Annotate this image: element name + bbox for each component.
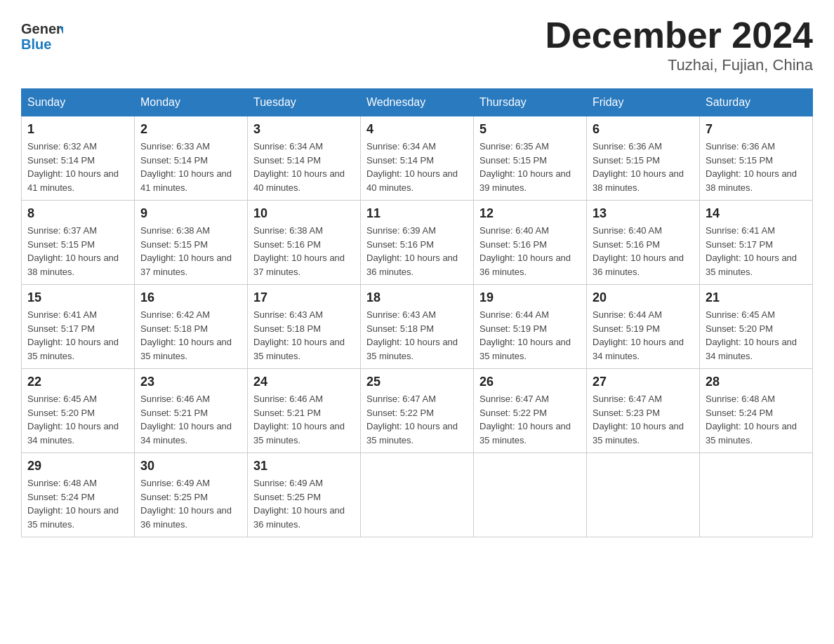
day-number: 8 [27, 206, 128, 221]
day-info: Sunrise: 6:40 AM Sunset: 5:16 PM Dayligh… [479, 224, 581, 279]
day-number: 2 [140, 122, 241, 137]
day-number: 13 [593, 206, 694, 221]
day-info: Sunrise: 6:34 AM Sunset: 5:14 PM Dayligh… [366, 140, 468, 194]
calendar-cell: 11 Sunrise: 6:39 AM Sunset: 5:16 PM Dayl… [361, 201, 474, 285]
calendar-cell: 2 Sunrise: 6:33 AM Sunset: 5:14 PM Dayli… [135, 116, 248, 201]
header-thursday: Thursday [474, 89, 587, 116]
calendar-cell: 12 Sunrise: 6:40 AM Sunset: 5:16 PM Dayl… [474, 201, 587, 285]
calendar-cell [474, 453, 587, 537]
day-info: Sunrise: 6:36 AM Sunset: 5:15 PM Dayligh… [706, 140, 807, 194]
day-info: Sunrise: 6:46 AM Sunset: 5:21 PM Dayligh… [253, 392, 355, 447]
day-info: Sunrise: 6:46 AM Sunset: 5:21 PM Dayligh… [140, 392, 241, 447]
day-number: 17 [253, 290, 355, 305]
day-info: Sunrise: 6:47 AM Sunset: 5:22 PM Dayligh… [366, 392, 468, 447]
day-number: 5 [479, 122, 581, 137]
calendar-cell: 5 Sunrise: 6:35 AM Sunset: 5:15 PM Dayli… [474, 116, 587, 201]
day-info: Sunrise: 6:48 AM Sunset: 5:24 PM Dayligh… [706, 392, 807, 447]
calendar-week-5: 29 Sunrise: 6:48 AM Sunset: 5:24 PM Dayl… [22, 453, 813, 537]
calendar-cell: 6 Sunrise: 6:36 AM Sunset: 5:15 PM Dayli… [587, 116, 700, 201]
day-info: Sunrise: 6:43 AM Sunset: 5:18 PM Dayligh… [253, 308, 355, 363]
day-info: Sunrise: 6:32 AM Sunset: 5:14 PM Dayligh… [27, 140, 128, 194]
day-number: 1 [27, 122, 128, 137]
day-number: 11 [366, 206, 468, 221]
day-info: Sunrise: 6:47 AM Sunset: 5:23 PM Dayligh… [593, 392, 694, 447]
calendar-cell: 23 Sunrise: 6:46 AM Sunset: 5:21 PM Dayl… [135, 369, 248, 453]
calendar-cell: 4 Sunrise: 6:34 AM Sunset: 5:14 PM Dayli… [361, 116, 474, 201]
header-wednesday: Wednesday [361, 89, 474, 116]
calendar-cell: 14 Sunrise: 6:41 AM Sunset: 5:17 PM Dayl… [700, 201, 813, 285]
day-info: Sunrise: 6:38 AM Sunset: 5:15 PM Dayligh… [140, 224, 241, 279]
day-number: 12 [479, 206, 581, 221]
day-number: 10 [253, 206, 355, 221]
day-info: Sunrise: 6:44 AM Sunset: 5:19 PM Dayligh… [479, 308, 581, 363]
calendar-cell: 27 Sunrise: 6:47 AM Sunset: 5:23 PM Dayl… [587, 369, 700, 453]
day-info: Sunrise: 6:34 AM Sunset: 5:14 PM Dayligh… [253, 140, 355, 194]
calendar-cell: 7 Sunrise: 6:36 AM Sunset: 5:15 PM Dayli… [700, 116, 813, 201]
day-number: 23 [140, 375, 241, 389]
title-section: December 2024 Tuzhai, Fujian, China [545, 14, 813, 74]
day-info: Sunrise: 6:36 AM Sunset: 5:15 PM Dayligh… [593, 140, 694, 194]
logo-icon: General Blue [21, 14, 63, 53]
calendar-table: Sunday Monday Tuesday Wednesday Thursday… [21, 88, 813, 537]
svg-text:General: General [21, 21, 63, 36]
day-info: Sunrise: 6:33 AM Sunset: 5:14 PM Dayligh… [140, 140, 241, 194]
day-info: Sunrise: 6:45 AM Sunset: 5:20 PM Dayligh… [706, 308, 807, 363]
day-info: Sunrise: 6:37 AM Sunset: 5:15 PM Dayligh… [27, 224, 128, 279]
header-saturday: Saturday [700, 89, 813, 116]
calendar-cell: 22 Sunrise: 6:45 AM Sunset: 5:20 PM Dayl… [22, 369, 135, 453]
day-number: 9 [140, 206, 241, 221]
day-number: 14 [706, 206, 807, 221]
svg-text:Blue: Blue [21, 36, 51, 52]
day-number: 26 [479, 375, 581, 389]
day-info: Sunrise: 6:43 AM Sunset: 5:18 PM Dayligh… [366, 308, 468, 363]
day-number: 4 [366, 122, 468, 137]
day-number: 22 [27, 375, 128, 389]
calendar-cell: 16 Sunrise: 6:42 AM Sunset: 5:18 PM Dayl… [135, 285, 248, 369]
header-tuesday: Tuesday [248, 89, 361, 116]
day-number: 15 [27, 290, 128, 305]
header-monday: Monday [135, 89, 248, 116]
month-title: December 2024 [545, 14, 813, 56]
day-number: 6 [593, 122, 694, 137]
day-info: Sunrise: 6:42 AM Sunset: 5:18 PM Dayligh… [140, 308, 241, 363]
calendar-cell: 3 Sunrise: 6:34 AM Sunset: 5:14 PM Dayli… [248, 116, 361, 201]
header-sunday: Sunday [22, 89, 135, 116]
day-info: Sunrise: 6:40 AM Sunset: 5:16 PM Dayligh… [593, 224, 694, 279]
calendar-cell: 17 Sunrise: 6:43 AM Sunset: 5:18 PM Dayl… [248, 285, 361, 369]
day-info: Sunrise: 6:49 AM Sunset: 5:25 PM Dayligh… [253, 476, 355, 531]
day-number: 21 [706, 290, 807, 305]
day-number: 27 [593, 375, 694, 389]
calendar-cell: 13 Sunrise: 6:40 AM Sunset: 5:16 PM Dayl… [587, 201, 700, 285]
day-info: Sunrise: 6:45 AM Sunset: 5:20 PM Dayligh… [27, 392, 128, 447]
day-number: 3 [253, 122, 355, 137]
day-number: 24 [253, 375, 355, 389]
day-number: 25 [366, 375, 468, 389]
calendar-cell: 25 Sunrise: 6:47 AM Sunset: 5:22 PM Dayl… [361, 369, 474, 453]
day-number: 19 [479, 290, 581, 305]
day-info: Sunrise: 6:39 AM Sunset: 5:16 PM Dayligh… [366, 224, 468, 279]
day-info: Sunrise: 6:47 AM Sunset: 5:22 PM Dayligh… [479, 392, 581, 447]
calendar-cell: 15 Sunrise: 6:41 AM Sunset: 5:17 PM Dayl… [22, 285, 135, 369]
calendar-cell: 19 Sunrise: 6:44 AM Sunset: 5:19 PM Dayl… [474, 285, 587, 369]
calendar-cell: 10 Sunrise: 6:38 AM Sunset: 5:16 PM Dayl… [248, 201, 361, 285]
calendar-week-1: 1 Sunrise: 6:32 AM Sunset: 5:14 PM Dayli… [22, 116, 813, 201]
calendar-week-2: 8 Sunrise: 6:37 AM Sunset: 5:15 PM Dayli… [22, 201, 813, 285]
calendar-cell: 1 Sunrise: 6:32 AM Sunset: 5:14 PM Dayli… [22, 116, 135, 201]
calendar-cell: 18 Sunrise: 6:43 AM Sunset: 5:18 PM Dayl… [361, 285, 474, 369]
logo: General Blue [21, 14, 63, 53]
calendar-cell [361, 453, 474, 537]
day-number: 18 [366, 290, 468, 305]
day-number: 20 [593, 290, 694, 305]
calendar-cell: 8 Sunrise: 6:37 AM Sunset: 5:15 PM Dayli… [22, 201, 135, 285]
day-number: 7 [706, 122, 807, 137]
calendar-cell: 21 Sunrise: 6:45 AM Sunset: 5:20 PM Dayl… [700, 285, 813, 369]
day-number: 29 [27, 459, 128, 474]
calendar-cell: 26 Sunrise: 6:47 AM Sunset: 5:22 PM Dayl… [474, 369, 587, 453]
calendar-week-4: 22 Sunrise: 6:45 AM Sunset: 5:20 PM Dayl… [22, 369, 813, 453]
calendar-cell: 24 Sunrise: 6:46 AM Sunset: 5:21 PM Dayl… [248, 369, 361, 453]
calendar-cell: 31 Sunrise: 6:49 AM Sunset: 5:25 PM Dayl… [248, 453, 361, 537]
calendar-cell: 29 Sunrise: 6:48 AM Sunset: 5:24 PM Dayl… [22, 453, 135, 537]
header-friday: Friday [587, 89, 700, 116]
day-number: 28 [706, 375, 807, 389]
calendar-header-row: Sunday Monday Tuesday Wednesday Thursday… [22, 89, 813, 116]
